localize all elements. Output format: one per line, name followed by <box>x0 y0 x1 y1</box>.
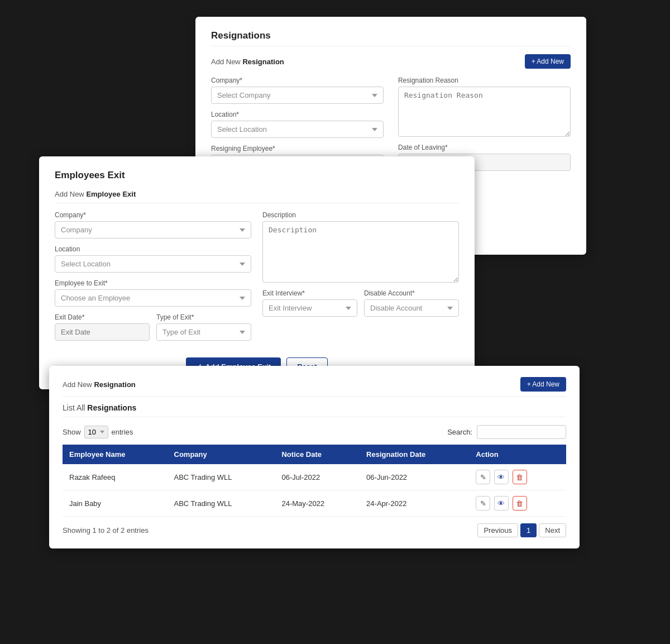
col-action: Action <box>469 445 566 464</box>
edit-btn[interactable]: ✎ <box>476 470 490 484</box>
exit-location-select[interactable]: Select Location <box>55 255 251 273</box>
exit-employee-select[interactable]: Choose an Employee <box>55 289 251 307</box>
exit-employee-label: Employee to Exit* <box>55 279 251 287</box>
exit-date-input <box>55 323 150 341</box>
exit-date-label: Exit Date* <box>55 313 150 321</box>
table-row: Jain Baby ABC Trading WLL 24-May-2022 24… <box>63 490 566 517</box>
add-new-resignation-label: Add New Resignation <box>211 58 284 66</box>
list-all-sublabel: Resignations <box>87 403 136 412</box>
exit-desc-textarea[interactable] <box>262 221 459 283</box>
delete-btn[interactable]: 🗑 <box>513 496 527 511</box>
cell-action: ✎ 👁 🗑 <box>469 464 566 490</box>
list-add-new-btn[interactable]: + Add New <box>520 377 566 392</box>
exit-company-label: Company* <box>55 211 251 219</box>
cell-resignation-date: 06-Jun-2022 <box>360 464 469 490</box>
col-resignation-date: Resignation Date <box>360 445 469 464</box>
entries-per-page-select[interactable]: 10 25 50 <box>84 426 108 438</box>
exit-section-sublabel: Employee Exit <box>86 190 136 198</box>
search-input[interactable] <box>477 425 566 439</box>
exit-desc-label: Description <box>262 211 459 219</box>
back-dol-label: Date of Leaving* <box>398 144 571 151</box>
cell-company: ABC Trading WLL <box>168 490 275 517</box>
list-all-label: List All Resignations <box>63 403 566 417</box>
exit-interview-select[interactable]: Exit Interview <box>262 299 357 317</box>
col-employee-name: Employee Name <box>63 445 168 464</box>
table-row: Razak Rafeeq ABC Trading WLL 06-Jul-2022… <box>63 464 566 490</box>
col-notice-date: Notice Date <box>275 445 360 464</box>
resignations-back-title: Resignations <box>211 30 271 41</box>
col-company: Company <box>168 445 275 464</box>
cell-company: ABC Trading WLL <box>168 464 275 490</box>
back-location-select[interactable]: Select Location <box>211 121 384 138</box>
back-location-label: Location* <box>211 111 384 118</box>
exit-section-header: Add New Employee Exit <box>55 190 459 203</box>
edit-btn[interactable]: ✎ <box>476 496 490 511</box>
show-label: Show <box>63 428 81 436</box>
view-btn[interactable]: 👁 <box>494 470 509 484</box>
table-controls: Show 10 25 50 entries Search: <box>63 425 566 439</box>
showing-text: Showing 1 to 2 of 2 entries <box>63 526 149 535</box>
pagination-buttons: Previous 1 Next <box>477 523 566 537</box>
back-reason-textarea[interactable] <box>398 87 571 137</box>
delete-btn[interactable]: 🗑 <box>513 470 527 484</box>
pagination-row: Showing 1 to 2 of 2 entries Previous 1 N… <box>63 523 566 537</box>
table-search-group: Search: <box>447 425 566 439</box>
back-company-select[interactable]: Select Company <box>211 87 384 104</box>
next-btn[interactable]: Next <box>539 523 566 537</box>
page-1-btn[interactable]: 1 <box>520 523 537 537</box>
cell-employee-name: Jain Baby <box>63 490 168 517</box>
disable-account-select[interactable]: Disable Account <box>364 299 459 317</box>
back-company-label: Company* <box>211 77 384 84</box>
list-add-new-label: Add New Resignation <box>63 380 136 389</box>
exit-company-select[interactable]: Company <box>55 221 251 238</box>
add-new-resignation-back-btn[interactable]: + Add New <box>525 54 571 69</box>
view-btn[interactable]: 👁 <box>494 496 509 511</box>
employees-exit-card: Employees Exit Add New Employee Exit Com… <box>39 156 475 389</box>
search-label: Search: <box>447 428 472 436</box>
cell-notice-date: 06-Jul-2022 <box>275 464 360 490</box>
add-new-resignation-sublabel: Resignation <box>242 58 284 66</box>
cell-notice-date: 24-May-2022 <box>275 490 360 517</box>
resignations-table: Employee Name Company Notice Date Resign… <box>63 445 566 517</box>
cell-employee-name: Razak Rafeeq <box>63 464 168 490</box>
back-title-text: Resignations <box>211 30 271 41</box>
disable-account-label: Disable Account* <box>364 289 459 297</box>
exit-interview-label: Exit Interview* <box>262 289 357 297</box>
exit-type-select[interactable]: Type of Exit <box>156 323 251 341</box>
list-add-sublabel: Resignation <box>94 380 135 389</box>
exit-title-text: Employees Exit <box>55 170 125 180</box>
cell-resignation-date: 24-Apr-2022 <box>360 490 469 517</box>
show-entries-group: Show 10 25 50 entries <box>63 426 133 438</box>
cell-action: ✎ 👁 🗑 <box>469 490 566 517</box>
resignations-list-card: Add New Resignation + Add New List All R… <box>49 366 580 548</box>
exit-type-label: Type of Exit* <box>156 313 251 321</box>
entries-label: entries <box>112 428 133 436</box>
back-employee-label: Resigning Employee* <box>211 145 384 152</box>
prev-btn[interactable]: Previous <box>477 523 518 537</box>
exit-location-label: Location <box>55 245 251 253</box>
back-reason-label: Resignation Reason <box>398 77 571 84</box>
